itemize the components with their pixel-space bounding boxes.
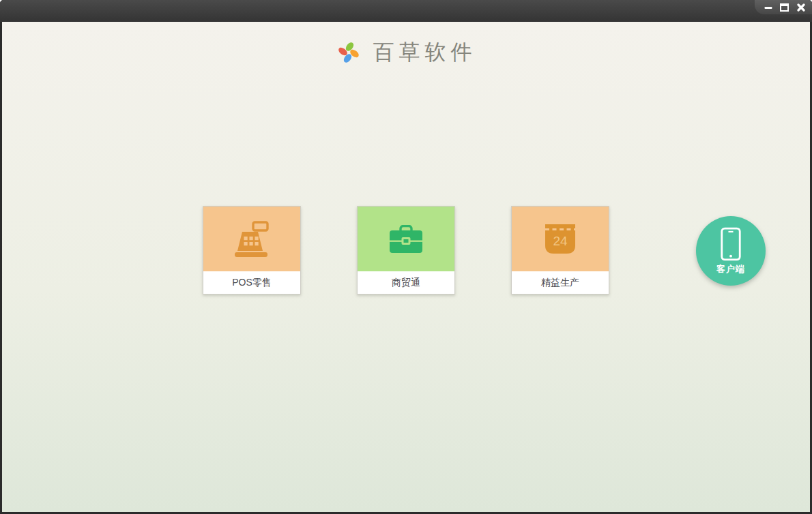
product-card-lean[interactable]: 24 精益生产 [511, 206, 609, 294]
main-content: 百草软件 [2, 22, 810, 512]
brand-header: 百草软件 [2, 38, 810, 67]
pinwheel-logo-icon [336, 40, 362, 65]
smartphone-icon [721, 227, 741, 261]
window-controls [755, 0, 812, 14]
trade-card-tile [358, 207, 454, 271]
trade-card-label: 商贸通 [358, 271, 454, 294]
product-cards: POS零售 商贸通 [2, 206, 810, 294]
product-card-pos[interactable]: POS零售 [203, 206, 301, 294]
maximize-icon [780, 3, 789, 12]
lean-card-label: 精益生产 [512, 271, 609, 294]
titlebar [0, 0, 812, 22]
close-icon [797, 3, 805, 12]
app-window: 百草软件 [0, 0, 812, 514]
maximize-button[interactable] [778, 1, 791, 13]
briefcase-icon [389, 225, 423, 254]
client-button-label: 客户端 [716, 263, 745, 275]
client-button[interactable]: 客户端 [696, 216, 766, 286]
minimize-icon [764, 3, 772, 12]
calendar-icon: 24 [544, 223, 577, 255]
lean-card-tile: 24 [512, 207, 609, 271]
cash-register-icon [232, 221, 272, 258]
calendar-day-number: 24 [553, 234, 568, 248]
minimize-button[interactable] [762, 1, 774, 13]
pos-card-tile [203, 207, 300, 271]
app-title: 百草软件 [373, 38, 477, 67]
close-button[interactable] [794, 1, 807, 13]
pos-card-label: POS零售 [203, 271, 300, 294]
product-card-trade[interactable]: 商贸通 [357, 206, 455, 294]
